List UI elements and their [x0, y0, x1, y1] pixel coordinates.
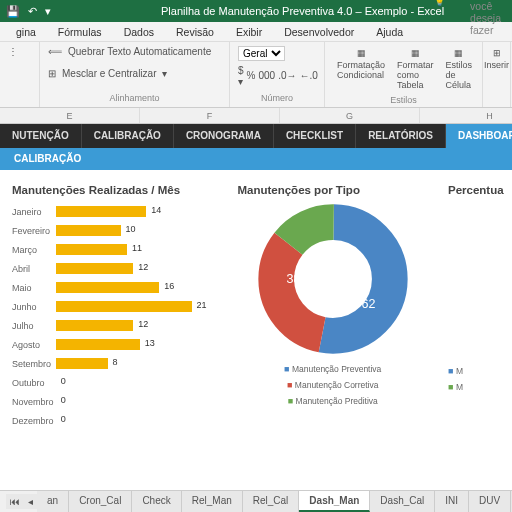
undo-icon[interactable]: ↶ — [28, 5, 37, 18]
comma-icon[interactable]: 000 — [258, 70, 275, 81]
qat-more-icon[interactable]: ▾ — [45, 5, 51, 18]
percent-icon[interactable]: % — [247, 70, 256, 81]
lightbulb-icon: 💡 — [423, 0, 456, 10]
sheet-tab[interactable]: DUV — [469, 491, 511, 512]
conditional-formatting-button[interactable]: ▦Formatação Condicional — [333, 46, 389, 92]
bar-label: Outubro — [12, 378, 56, 388]
dashboard-nav-primary: NUTENÇÃOCALIBRAÇÃOCRONOGRAMACHECKLISTREL… — [0, 124, 512, 148]
tell-me-search[interactable]: 💡 Diga-me o que você deseja fazer — [415, 0, 512, 41]
sheet-tab[interactable]: Rel_Cal — [243, 491, 300, 512]
col-header[interactable]: F — [140, 108, 280, 123]
bar-label: Setembro — [12, 359, 56, 369]
card-manutencoes-mes: Manutenções Realizadas / Mês Janeiro14Fe… — [8, 180, 221, 440]
bar-row: Outubro0 — [12, 375, 217, 390]
bar-row: Abril12 — [12, 261, 217, 276]
bar-row: Agosto13 — [12, 337, 217, 352]
nav-item[interactable]: NUTENÇÃO — [0, 124, 82, 148]
decrease-decimal-icon[interactable]: ←.0 — [300, 70, 318, 81]
column-headers: E F G H — [0, 108, 512, 124]
ribbon-tabs: gina Fórmulas Dados Revisão Exibir Desen… — [0, 22, 512, 42]
sheet-tab[interactable]: Dash_Man — [299, 491, 370, 512]
grid-icon: ▦ — [357, 48, 366, 58]
card-title: Manutenções por Tipo — [237, 184, 428, 196]
card-percentual: Percentua M M — [444, 180, 504, 440]
merge-center-button[interactable]: ⊞ Mesclar e Centralizar ▾ — [48, 68, 221, 79]
sheet-tabs: ⏮ ◂ anCron_CalCheckRel_ManRel_CalDash_Ma… — [0, 490, 512, 512]
wrap-text-button[interactable]: ⟸ Quebrar Texto Automaticamente — [48, 46, 221, 57]
legend-item: Manutenção Preditiva — [288, 396, 378, 406]
bar-value: 0 — [61, 376, 66, 386]
bar-row: Novembro0 — [12, 394, 217, 409]
sheet-tab[interactable]: an — [37, 491, 69, 512]
donut-chart: 17 38 62 — [258, 204, 408, 354]
ribbon-tab[interactable]: Ajuda — [366, 23, 413, 41]
currency-icon[interactable]: $ ▾ — [238, 65, 244, 87]
ribbon-tab[interactable]: Fórmulas — [48, 23, 112, 41]
window-title: Planilha de Manutenção Preventiva 4.0 – … — [161, 5, 444, 17]
col-header[interactable]: E — [0, 108, 140, 123]
bar-label: Março — [12, 245, 56, 255]
chart-legend: M M — [448, 366, 500, 392]
bar-label: Junho — [12, 302, 56, 312]
chevron-down-icon[interactable]: ⋮ — [8, 46, 18, 57]
bar-row: Fevereiro10 — [12, 223, 217, 238]
sheet-tab[interactable]: Dash_Cal — [370, 491, 435, 512]
increase-decimal-icon[interactable]: .0→ — [278, 70, 296, 81]
insert-icon: ⊞ — [493, 48, 501, 58]
bar-value: 10 — [125, 224, 135, 234]
card-title: Manutenções Realizadas / Mês — [12, 184, 217, 196]
bar-row: Setembro8 — [12, 356, 217, 371]
bar-label: Janeiro — [12, 207, 56, 217]
bar-label: Agosto — [12, 340, 56, 350]
bar-value: 12 — [138, 319, 148, 329]
table-icon: ▦ — [411, 48, 420, 58]
sheet-tab[interactable]: INI — [435, 491, 469, 512]
nav-item[interactable]: CALIBRAÇÃO — [82, 124, 174, 148]
bar-row: Junho21 — [12, 299, 217, 314]
nav-item[interactable]: CRONOGRAMA — [174, 124, 274, 148]
ribbon-tab[interactable]: Revisão — [166, 23, 224, 41]
ribbon-tab[interactable]: Exibir — [226, 23, 272, 41]
bar-label: Abril — [12, 264, 56, 274]
subnav-item[interactable]: CALIBRAÇÃO — [0, 148, 95, 170]
bar-value: 8 — [113, 357, 118, 367]
legend-item: M — [448, 366, 463, 376]
card-manutencoes-tipo: Manutenções por Tipo 17 38 62 Manutenção… — [233, 180, 432, 440]
bar-row: Março11 — [12, 242, 217, 257]
bar-row: Janeiro14 — [12, 204, 217, 219]
sheet-tab[interactable]: Rel_Man — [182, 491, 243, 512]
ribbon-tab[interactable]: Desenvolvedor — [274, 23, 364, 41]
slice-label: 17 — [354, 258, 367, 270]
sheet-tab[interactable]: Cron_Cal — [69, 491, 132, 512]
legend-item: Manutenção Corretiva — [287, 380, 379, 390]
nav-item[interactable]: CHECKLIST — [274, 124, 356, 148]
ribbon: ⋮ ⟸ Quebrar Texto Automaticamente ⊞ Mesc… — [0, 42, 512, 108]
sheet-tab[interactable]: Check — [132, 491, 181, 512]
autosave-icon[interactable]: 💾 — [6, 5, 20, 18]
cell-styles-button[interactable]: ▦Estilos de Célula — [442, 46, 477, 92]
bar-label: Maio — [12, 283, 56, 293]
bar-value: 0 — [61, 414, 66, 424]
group-label-number: Número — [238, 93, 316, 103]
ribbon-tab[interactable]: gina — [6, 23, 46, 41]
bar-label: Julho — [12, 321, 56, 331]
tab-scroll-first-icon[interactable]: ⏮ — [6, 494, 24, 509]
insert-button[interactable]: ⊞Inserir — [491, 46, 502, 72]
worksheet: E F G H NUTENÇÃOCALIBRAÇÃOCRONOGRAMACHEC… — [0, 108, 512, 468]
nav-item[interactable]: RELATÓRIOS — [356, 124, 446, 148]
format-as-table-button[interactable]: ▦Formatar como Tabela — [393, 46, 438, 92]
legend-item: M — [448, 382, 463, 392]
bar-row: Maio16 — [12, 280, 217, 295]
col-header[interactable]: G — [280, 108, 420, 123]
dashboard-nav-secondary: CALIBRAÇÃO — [0, 148, 512, 170]
svg-point-4 — [297, 243, 368, 314]
tab-scroll-prev-icon[interactable]: ◂ — [24, 494, 37, 509]
nav-item[interactable]: DASHBOARDS — [446, 124, 512, 148]
slice-label: 38 — [286, 272, 300, 286]
col-header[interactable]: H — [420, 108, 512, 123]
number-format-select[interactable]: Geral — [238, 46, 285, 61]
bar-value: 11 — [132, 243, 142, 253]
bar-row: Dezembro0 — [12, 413, 217, 428]
bar-value: 21 — [196, 300, 206, 310]
ribbon-tab[interactable]: Dados — [114, 23, 164, 41]
